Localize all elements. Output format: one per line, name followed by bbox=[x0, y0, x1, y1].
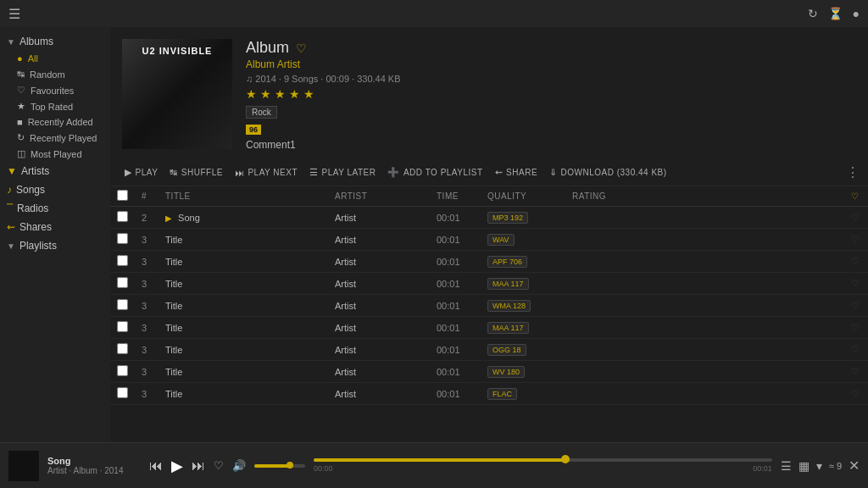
play-icon: ▶ bbox=[125, 167, 132, 178]
row-title[interactable]: Title bbox=[159, 361, 328, 383]
queue-count[interactable]: ≈ 9 bbox=[829, 461, 842, 471]
row-checkbox[interactable] bbox=[110, 361, 135, 383]
album-heart-icon[interactable]: ♡ bbox=[296, 42, 307, 55]
row-checkbox[interactable] bbox=[110, 339, 135, 361]
play-button[interactable]: ▶ PLAY bbox=[119, 164, 164, 180]
account-icon[interactable]: ● bbox=[853, 7, 860, 20]
download-player-icon[interactable]: ▾ bbox=[816, 459, 822, 473]
sidebar-item-favourites[interactable]: ♡ Favourites bbox=[0, 82, 110, 98]
row-quality: MP3 192 bbox=[481, 207, 565, 229]
sidebar-item-top-rated[interactable]: ★ Top Rated bbox=[0, 98, 110, 114]
th-checkbox[interactable] bbox=[110, 186, 135, 207]
sidebar-radios-section[interactable]: ⎺ Radios bbox=[0, 199, 110, 218]
row-checkbox[interactable] bbox=[110, 229, 135, 251]
sidebar-playlists-label: Playlists bbox=[19, 240, 57, 252]
sidebar-playlists-section[interactable]: ▼ Playlists bbox=[0, 236, 110, 255]
row-title[interactable]: Title bbox=[159, 273, 328, 295]
activity-icon[interactable]: ⏳ bbox=[828, 7, 843, 20]
row-artist: Artist bbox=[328, 383, 430, 405]
playlist-icon[interactable]: ▦ bbox=[798, 459, 810, 473]
player-title: Song bbox=[47, 456, 132, 466]
row-checkbox[interactable] bbox=[110, 295, 135, 317]
select-all-checkbox[interactable] bbox=[117, 190, 128, 201]
sidebar-shares-section[interactable]: ⇜ Shares bbox=[0, 218, 110, 236]
row-time: 00:01 bbox=[430, 383, 481, 405]
row-fav[interactable]: ♡ bbox=[843, 251, 868, 273]
shuffle-button[interactable]: ↹ SHUFFLE bbox=[164, 164, 229, 180]
row-fav[interactable]: ♡ bbox=[843, 295, 868, 317]
row-rating bbox=[565, 361, 843, 383]
row-artist: Artist bbox=[328, 207, 430, 229]
row-fav[interactable]: ♡ bbox=[843, 207, 868, 229]
row-checkbox[interactable] bbox=[110, 207, 135, 229]
row-num: 3 bbox=[135, 273, 159, 295]
sidebar-albums-section[interactable]: ▼ Albums bbox=[0, 32, 110, 51]
album-artist: Album Artist bbox=[246, 58, 856, 70]
progress-bar[interactable] bbox=[314, 458, 772, 462]
play-later-button[interactable]: ☰ PLAY LATER bbox=[303, 164, 381, 180]
row-rating bbox=[565, 317, 843, 339]
album-art: U2 INVISIBLE bbox=[122, 39, 232, 149]
row-fav[interactable]: ♡ bbox=[843, 339, 868, 361]
th-rating: RATING bbox=[565, 186, 843, 207]
add-playlist-button[interactable]: ➕ ADD TO PLAYLIST bbox=[381, 164, 488, 180]
row-title[interactable]: Title bbox=[159, 251, 328, 273]
download-button[interactable]: ⇓ DOWNLOAD (330.44 KB) bbox=[543, 164, 673, 180]
progress-knob[interactable] bbox=[561, 455, 570, 463]
album-rating[interactable]: ★ ★ ★ ★ ★ bbox=[246, 87, 856, 101]
volume-knob[interactable] bbox=[287, 462, 293, 469]
quality-badge: APF 706 bbox=[487, 256, 527, 268]
row-title[interactable]: Title bbox=[159, 317, 328, 339]
row-rating bbox=[565, 207, 843, 229]
bottom-player: Song Artist · Album · 2014 ⏮ ▶ ⏭ ♡ 🔊 00:… bbox=[0, 442, 868, 488]
close-button[interactable]: ✕ bbox=[849, 458, 860, 474]
row-title[interactable]: Title bbox=[159, 229, 328, 251]
volume-icon[interactable]: 🔊 bbox=[232, 459, 246, 472]
toolbar-more-button[interactable]: ⋮ bbox=[846, 164, 860, 180]
hamburger-icon[interactable]: ☰ bbox=[8, 6, 20, 22]
row-title[interactable]: Title bbox=[159, 383, 328, 405]
random-icon: ↹ bbox=[17, 69, 25, 80]
queue-icon[interactable]: ☰ bbox=[781, 459, 792, 473]
skip-forward-button[interactable]: ⏭ bbox=[192, 458, 205, 474]
quality-badge: WMA 128 bbox=[487, 300, 531, 312]
sidebar-item-recently-added[interactable]: ■ Recently Added bbox=[0, 114, 110, 130]
play-pause-button[interactable]: ▶ bbox=[171, 457, 183, 475]
row-title[interactable]: Title bbox=[159, 295, 328, 317]
row-fav[interactable]: ♡ bbox=[843, 317, 868, 339]
row-fav[interactable]: ♡ bbox=[843, 273, 868, 295]
play-later-icon: ☰ bbox=[309, 167, 319, 178]
play-next-button[interactable]: ⏭ PLAY NEXT bbox=[229, 165, 303, 180]
sidebar-item-most-played[interactable]: ◫ Most Played bbox=[0, 146, 110, 162]
sidebar-item-all[interactable]: ● All bbox=[0, 51, 110, 66]
row-checkbox[interactable] bbox=[110, 273, 135, 295]
row-title[interactable]: ▶ Song bbox=[159, 207, 328, 229]
table-header-row: # TITLE ARTIST TIME QUALITY RATING ♡ bbox=[110, 186, 868, 207]
sidebar-songs-section[interactable]: ♪ Songs bbox=[0, 180, 110, 199]
sidebar-item-recently-played[interactable]: ↻ Recently Played bbox=[0, 130, 110, 146]
row-time: 00:01 bbox=[430, 339, 481, 361]
row-checkbox[interactable] bbox=[110, 251, 135, 273]
volume-bar[interactable] bbox=[254, 464, 305, 468]
sidebar-item-random[interactable]: ↹ Random bbox=[0, 66, 110, 82]
sidebar-label-most-played: Most Played bbox=[31, 149, 82, 159]
row-checkbox[interactable] bbox=[110, 383, 135, 405]
player-info: Song Artist · Album · 2014 bbox=[47, 456, 132, 475]
refresh-icon[interactable]: ↻ bbox=[808, 7, 818, 20]
quality-badge: FLAC bbox=[487, 388, 517, 400]
row-title[interactable]: Title bbox=[159, 339, 328, 361]
row-quality: FLAC bbox=[481, 383, 565, 405]
table-row: 2 ▶ Song Artist 00:01 MP3 192 ♡ bbox=[110, 207, 868, 229]
share-button[interactable]: ⇜ SHARE bbox=[489, 164, 543, 180]
favourite-button[interactable]: ♡ bbox=[214, 459, 224, 472]
row-checkbox[interactable] bbox=[110, 317, 135, 339]
row-fav[interactable]: ♡ bbox=[843, 383, 868, 405]
quality-badge: WV 180 bbox=[487, 366, 525, 378]
row-fav[interactable]: ♡ bbox=[843, 229, 868, 251]
row-fav[interactable]: ♡ bbox=[843, 361, 868, 383]
all-icon: ● bbox=[17, 53, 23, 64]
skip-back-button[interactable]: ⏮ bbox=[149, 458, 163, 474]
sidebar-artists-section[interactable]: ▼ Artists bbox=[0, 162, 110, 180]
row-num: 3 bbox=[135, 229, 159, 251]
time-current: 00:00 bbox=[314, 464, 333, 473]
